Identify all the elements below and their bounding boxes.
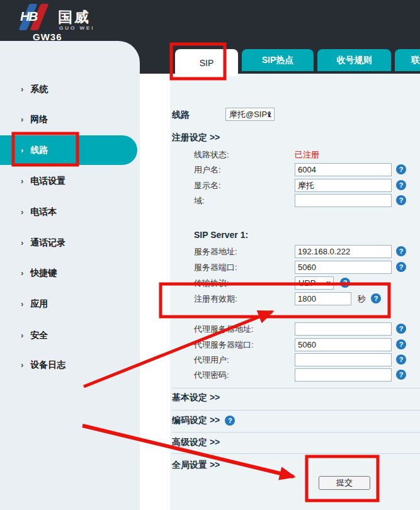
chevron-right-icon: [21, 238, 23, 247]
help-icon[interactable]: [396, 324, 406, 334]
sidebar-item-label: 电话设置: [30, 176, 65, 187]
server-port-input[interactable]: [295, 261, 392, 274]
field-display-name: 显示名:: [194, 179, 420, 193]
help-icon[interactable]: [396, 262, 406, 272]
divider: [172, 432, 420, 433]
help-icon[interactable]: [371, 293, 381, 303]
proxy-user-input[interactable]: [295, 353, 392, 366]
field-proxy-user: 代理用户:: [194, 353, 420, 367]
sidebar-item-label: 设备日志: [30, 360, 65, 371]
proxy-port-input[interactable]: [295, 338, 392, 351]
section-global-settings[interactable]: 全局设置 >>: [172, 460, 220, 471]
help-icon[interactable]: [396, 164, 406, 174]
field-transport-protocol: 传输协议: UDP: [194, 276, 420, 290]
sidebar-item-label: 安全: [30, 330, 48, 341]
sidebar-item-label: 网络: [30, 114, 48, 125]
section-codec-settings[interactable]: 编码设定 >>: [172, 415, 235, 426]
sidebar-item-network[interactable]: 网络: [0, 105, 137, 134]
sidebar-item-system[interactable]: 系统: [0, 74, 137, 104]
sidebar-item-label: 线路: [30, 145, 48, 156]
field-label: 域:: [194, 194, 205, 208]
transport-select-value: UDP: [298, 278, 315, 288]
field-server-port: 服务器端口:: [194, 261, 420, 275]
select-arrow-icon: [326, 277, 331, 289]
field-label: 注册有效期:: [194, 292, 237, 306]
help-icon[interactable]: [340, 278, 350, 288]
tab-dial-rules[interactable]: 收号规则: [317, 49, 391, 71]
line-select-value: 摩托@SIP1: [229, 110, 271, 119]
field-label: 代理密码:: [194, 368, 229, 382]
section-basic-settings[interactable]: 基本设定 >>: [172, 392, 220, 404]
help-icon[interactable]: [396, 195, 406, 205]
section-advanced-settings[interactable]: 高级设定 >>: [172, 437, 220, 448]
sidebar-item-label: 应用: [30, 298, 48, 310]
help-icon[interactable]: [396, 180, 406, 190]
sidebar-item-label: 快捷键: [30, 268, 57, 279]
field-label: 显示名:: [194, 179, 221, 193]
tab-sip-hotspot[interactable]: SIP热点: [242, 49, 314, 71]
sidebar-item-application[interactable]: 应用: [0, 289, 137, 319]
tab-action-plan-partial[interactable]: 联: [395, 49, 420, 71]
tab-sip[interactable]: SIP: [175, 49, 238, 76]
line-select-row: 线路 摩托@SIP1: [172, 108, 420, 122]
chevron-right-icon: [21, 360, 23, 370]
sidebar-item-label: 系统: [30, 84, 48, 95]
phone-config-page: HB 国威 GUO WEI GW36 SIP SIP热点 收号规则 联 系统 网…: [0, 0, 420, 510]
brand-model: GW36: [33, 31, 62, 42]
help-icon[interactable]: [225, 416, 235, 426]
server-address-input[interactable]: [295, 245, 392, 258]
sidebar-item-line[interactable]: 线路: [0, 135, 137, 165]
field-label: 传输协议:: [194, 276, 229, 290]
help-icon[interactable]: [396, 246, 406, 256]
sidebar-item-device-log[interactable]: 设备日志: [0, 350, 137, 380]
field-server-address: 服务器地址:: [194, 245, 420, 259]
chevron-right-icon: [21, 84, 23, 94]
brand-name-en: GUO WEI: [59, 25, 95, 31]
sidebar-item-function-key[interactable]: 快捷键: [0, 258, 137, 288]
field-proxy-address: 代理服务器地址:: [194, 322, 420, 336]
help-icon[interactable]: [396, 370, 406, 380]
line-select[interactable]: 摩托@SIP1: [225, 108, 275, 121]
sidebar-item-security[interactable]: 安全: [0, 320, 137, 350]
registration-expire-input[interactable]: [295, 292, 351, 305]
field-label: 代理服务器地址:: [194, 322, 254, 336]
logo-hb-text: HB: [20, 9, 37, 24]
chevron-right-icon: [21, 268, 23, 278]
section-register-settings[interactable]: 注册设定 >>: [172, 132, 220, 144]
field-label: 代理服务器端口:: [194, 338, 254, 352]
display-name-input[interactable]: [295, 179, 392, 192]
section-codec-label: 编码设定 >>: [172, 415, 220, 426]
sidebar-item-label: 电话本: [30, 207, 57, 218]
field-line-status: 线路状态: 已注册: [194, 148, 420, 162]
divider: [172, 453, 420, 454]
chevron-right-icon: [21, 145, 23, 155]
help-icon[interactable]: [396, 354, 406, 365]
seconds-unit-label: 秒: [358, 292, 366, 306]
divider: [172, 388, 420, 388]
field-username: 用户名:: [194, 163, 420, 177]
field-proxy-port: 代理服务器端口:: [194, 338, 420, 352]
hb-logo-icon: HB: [16, 3, 54, 31]
transport-select[interactable]: UDP: [295, 276, 334, 290]
proxy-address-input[interactable]: [295, 322, 392, 336]
line-label: 线路: [172, 108, 190, 122]
chevron-right-icon: [21, 299, 23, 309]
proxy-password-input[interactable]: [295, 368, 392, 382]
sidebar-item-call-log[interactable]: 通话记录: [0, 228, 137, 258]
submit-button[interactable]: 提交: [319, 476, 370, 490]
username-input[interactable]: [295, 163, 392, 176]
field-registration-expire: 注册有效期: 秒: [194, 292, 420, 306]
sidebar-item-phonebook[interactable]: 电话本: [0, 197, 137, 227]
line-status-value: 已注册: [295, 148, 319, 162]
section-sip-server: SIP Server 1:: [194, 230, 248, 240]
sidebar-item-phone-settings[interactable]: 电话设置: [0, 166, 137, 196]
realm-input[interactable]: [295, 194, 392, 207]
field-realm: 域:: [194, 194, 420, 208]
chevron-right-icon: [21, 331, 23, 340]
divider: [172, 410, 420, 411]
chevron-right-icon: [21, 115, 23, 124]
field-label: 服务器地址:: [194, 245, 237, 259]
help-icon[interactable]: [396, 339, 406, 349]
chevron-right-icon: [21, 207, 23, 217]
tab-bar: SIP SIP热点 收号规则 联: [175, 49, 420, 76]
